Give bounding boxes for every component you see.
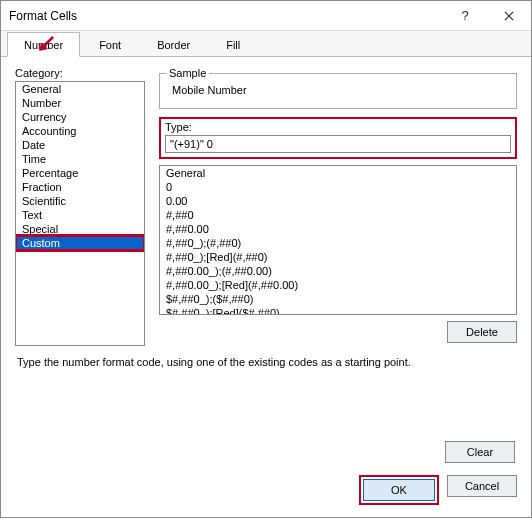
format-item[interactable]: #,##0_);(#,##0) <box>160 236 516 250</box>
category-listbox[interactable]: GeneralNumberCurrencyAccountingDateTimeP… <box>15 81 145 346</box>
type-input[interactable] <box>165 135 511 153</box>
category-item[interactable]: Number <box>16 96 144 110</box>
ok-button[interactable]: OK <box>363 479 435 501</box>
format-item[interactable]: General <box>160 166 516 180</box>
category-item[interactable]: Scientific <box>16 194 144 208</box>
category-item[interactable]: Text <box>16 208 144 222</box>
sample-value: Mobile Number <box>168 78 508 98</box>
formats-listbox[interactable]: General00.00#,##0#,##0.00#,##0_);(#,##0)… <box>159 165 517 315</box>
tab-fill[interactable]: Fill <box>209 32 257 57</box>
category-item[interactable]: Fraction <box>16 180 144 194</box>
clear-button[interactable]: Clear <box>445 441 515 463</box>
tab-font[interactable]: Font <box>82 32 138 57</box>
category-item[interactable]: Percentage <box>16 166 144 180</box>
help-button[interactable]: ? <box>443 1 487 31</box>
delete-button[interactable]: Delete <box>447 321 517 343</box>
content: Category: GeneralNumberCurrencyAccountin… <box>1 57 531 414</box>
tab-border[interactable]: Border <box>140 32 207 57</box>
category-label: Category: <box>15 67 145 79</box>
format-item[interactable]: #,##0.00_);[Red](#,##0.00) <box>160 278 516 292</box>
ok-highlight: OK <box>359 475 439 505</box>
cancel-button[interactable]: Cancel <box>447 475 517 497</box>
sample-legend: Sample <box>166 67 209 79</box>
category-item[interactable]: Special <box>16 222 144 236</box>
tab-number[interactable]: Number <box>7 32 80 57</box>
category-item[interactable]: Currency <box>16 110 144 124</box>
category-item[interactable]: Accounting <box>16 124 144 138</box>
titlebar: Format Cells ? <box>1 1 531 31</box>
format-item[interactable]: #,##0.00_);(#,##0.00) <box>160 264 516 278</box>
type-highlight: Type: <box>159 117 517 159</box>
format-item[interactable]: $#,##0_);[Red]($#,##0) <box>160 306 516 315</box>
format-item[interactable]: #,##0_);[Red](#,##0) <box>160 250 516 264</box>
format-item[interactable]: 0 <box>160 180 516 194</box>
format-item[interactable]: #,##0 <box>160 208 516 222</box>
tabs: Number Font Border Fill <box>1 31 531 57</box>
footer: OK Cancel <box>359 475 517 505</box>
type-label: Type: <box>165 121 511 133</box>
format-item[interactable]: 0.00 <box>160 194 516 208</box>
close-icon <box>504 11 514 21</box>
category-item[interactable]: Date <box>16 138 144 152</box>
close-button[interactable] <box>487 1 531 31</box>
hint-text: Type the number format code, using one o… <box>17 356 515 368</box>
format-item[interactable]: $#,##0_);($#,##0) <box>160 292 516 306</box>
category-item[interactable]: Custom <box>16 236 144 250</box>
category-item[interactable]: Time <box>16 152 144 166</box>
category-item[interactable]: General <box>16 82 144 96</box>
format-item[interactable]: #,##0.00 <box>160 222 516 236</box>
window-title: Format Cells <box>9 9 443 23</box>
sample-groupbox: Sample Mobile Number <box>159 73 517 109</box>
